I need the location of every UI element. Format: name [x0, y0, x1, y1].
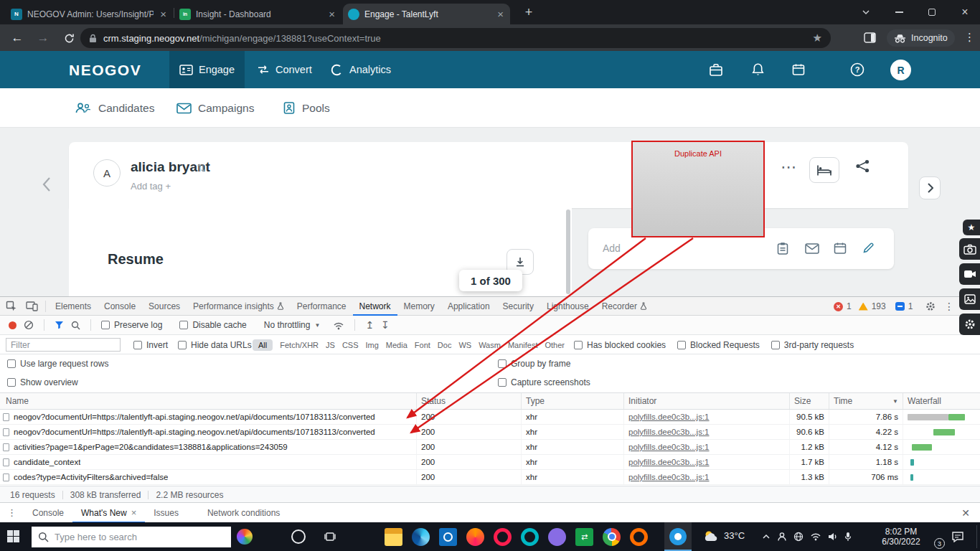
record-video-icon[interactable] [959, 263, 980, 285]
file-explorer-icon[interactable] [385, 528, 402, 546]
network-request-row[interactable]: neogov?documentUrl=https://talentlyft-ap… [0, 410, 980, 425]
new-tab-button[interactable]: + [518, 0, 540, 24]
devtools-tab-memory[interactable]: Memory [397, 297, 441, 316]
request-initiator-link[interactable]: polyfills.dee0c3b...js:1 [628, 428, 710, 436]
share-icon[interactable] [855, 159, 870, 173]
filter-pill-media[interactable]: Media [386, 341, 407, 349]
devtools-tab-application[interactable]: Application [441, 297, 496, 316]
drawer-tab-issues[interactable]: Issues [145, 503, 187, 523]
browser-tab-engage[interactable]: Engage - TalentLyft × [343, 4, 510, 24]
screenshot-camera-icon[interactable] [959, 238, 980, 260]
invert-checkbox[interactable]: Invert [133, 340, 168, 350]
tray-volume-icon[interactable] [828, 532, 838, 541]
taskbar-clock[interactable]: 8:02 PM 6/30/2022 [871, 527, 931, 547]
export-har-icon[interactable]: ↧ [381, 319, 390, 331]
filter-pill-js[interactable]: JS [326, 341, 335, 349]
next-candidate-button[interactable] [919, 176, 941, 199]
tray-microphone-icon[interactable] [844, 532, 852, 542]
browser-menu-icon[interactable]: ⋮ [964, 31, 975, 44]
throttling-dropdown[interactable]: No throttling▼ [264, 320, 321, 330]
column-header-size[interactable]: Size [789, 393, 829, 409]
filter-pill-manifest[interactable]: Manifest [508, 341, 538, 349]
blocked-requests-checkbox[interactable]: Blocked Requests [677, 340, 760, 350]
back-icon[interactable]: ← [9, 29, 26, 47]
chrome-browser-icon[interactable] [603, 528, 621, 546]
url-omnibox[interactable]: crm.staging.neogov.net /michigan/engage/… [80, 28, 831, 48]
taskbar-search-box[interactable] [32, 527, 231, 547]
devtools-menu-icon[interactable]: ⋮ [944, 301, 954, 312]
capture-settings-gear-icon[interactable] [959, 314, 980, 335]
filter-pill-other[interactable]: Other [545, 341, 565, 349]
column-header-type[interactable]: Type [521, 393, 623, 409]
devtools-tab-network[interactable]: Network [353, 297, 397, 316]
preserve-log-checkbox[interactable]: Preserve log [101, 320, 162, 330]
devtools-settings-gear-icon[interactable] [925, 301, 936, 311]
firefox-browser-icon[interactable] [466, 528, 484, 546]
request-initiator-link[interactable]: polyfills.dee0c3b...js:1 [628, 458, 710, 466]
has-blocked-cookies-checkbox[interactable]: Has blocked cookies [574, 340, 666, 350]
subnav-item-candidates[interactable]: Candidates [75, 88, 154, 128]
inspect-element-icon[interactable] [0, 301, 22, 312]
clear-network-log-icon[interactable] [24, 320, 34, 330]
email-icon[interactable] [805, 243, 819, 254]
filter-pill-css[interactable]: CSS [342, 341, 359, 349]
search-highlights-icon[interactable] [237, 529, 253, 545]
devtools-tab-recorder[interactable]: Recorder [595, 297, 654, 316]
sort-candidates-icon[interactable] [197, 163, 206, 173]
filter-pill-wasm[interactable]: Wasm [479, 341, 501, 349]
devtools-tab-lighthouse[interactable]: Lighthouse [540, 297, 595, 316]
active-app-button[interactable] [664, 522, 692, 551]
show-desktop-strip[interactable] [976, 525, 977, 548]
previous-candidate-chevron-icon[interactable] [42, 176, 51, 192]
briefcase-icon[interactable] [709, 63, 723, 77]
group-by-frame-checkbox[interactable]: Group by frame [498, 359, 570, 369]
schedule-calendar-icon[interactable] [834, 242, 847, 255]
column-header-time[interactable]: Time▼ [829, 393, 903, 409]
weather-widget[interactable]: 33°C [703, 529, 745, 542]
nav-item-analytics[interactable]: Analytics [320, 51, 401, 88]
network-request-row[interactable]: neogov?documentUrl=https://talentlyft-ap… [0, 425, 980, 440]
more-actions-icon[interactable]: ⋯ [781, 158, 797, 176]
browser-tab-insight[interactable]: in Insight - Dashboard × [174, 4, 341, 24]
network-request-row[interactable]: activities?page=1&perPage=20&candidates=… [0, 440, 980, 455]
task-view-icon[interactable] [324, 532, 336, 542]
drawer-menu-icon[interactable]: ⋮ [0, 507, 24, 518]
filter-pill-doc[interactable]: Doc [438, 341, 452, 349]
edit-pencil-icon[interactable] [862, 242, 875, 254]
filter-pill-ws[interactable]: WS [458, 341, 471, 349]
taskbar-search-input[interactable] [55, 532, 225, 542]
devtools-tab-elements[interactable]: Elements [49, 297, 98, 316]
tray-wifi-icon[interactable] [810, 532, 821, 541]
column-header-name[interactable]: Name [0, 393, 416, 409]
action-center-icon[interactable] [951, 531, 964, 542]
neogov-logo[interactable]: NEOGOV [69, 62, 141, 79]
tab-close-icon[interactable]: × [496, 9, 505, 19]
network-request-row[interactable]: candidate_context 200 xhr polyfills.dee0… [0, 455, 980, 470]
minimize-button[interactable] [884, 0, 914, 24]
calendar-icon[interactable] [792, 63, 805, 76]
devtools-tab-sources[interactable]: Sources [142, 297, 187, 316]
capture-tool-icon[interactable]: ⇄ [575, 528, 593, 546]
network-request-row[interactable]: codes?type=ActivityFilters&archived=fals… [0, 470, 980, 485]
devtools-tab-console[interactable]: Console [98, 297, 142, 316]
reload-icon[interactable] [60, 29, 77, 47]
orange-browser-icon[interactable] [630, 528, 648, 546]
use-large-request-rows-checkbox[interactable]: Use large request rows [7, 359, 108, 369]
drawer-tab-console[interactable]: Console [24, 503, 72, 523]
show-overview-checkbox[interactable]: Show overview [7, 377, 78, 387]
import-har-icon[interactable]: ↥ [365, 319, 374, 331]
issues-badge-icon[interactable] [895, 302, 905, 311]
side-panel-icon[interactable] [864, 32, 876, 43]
devtools-tab-performance-insights[interactable]: Performance insights [187, 297, 291, 316]
filter-pill-img[interactable]: Img [366, 341, 379, 349]
maximize-button[interactable] [917, 0, 947, 24]
capture-screenshots-checkbox[interactable]: Capture screenshots [498, 377, 590, 387]
edge-browser-icon[interactable] [412, 528, 430, 546]
filter-input[interactable] [6, 338, 121, 352]
forward-icon[interactable]: → [34, 29, 52, 47]
quick-add-label[interactable]: Add [603, 242, 621, 254]
add-tag-link[interactable]: Add tag + [131, 181, 171, 192]
opera-browser-icon[interactable] [494, 528, 512, 546]
tab-close-icon[interactable]: × [327, 9, 336, 19]
third-party-requests-checkbox[interactable]: 3rd-party requests [771, 340, 854, 350]
